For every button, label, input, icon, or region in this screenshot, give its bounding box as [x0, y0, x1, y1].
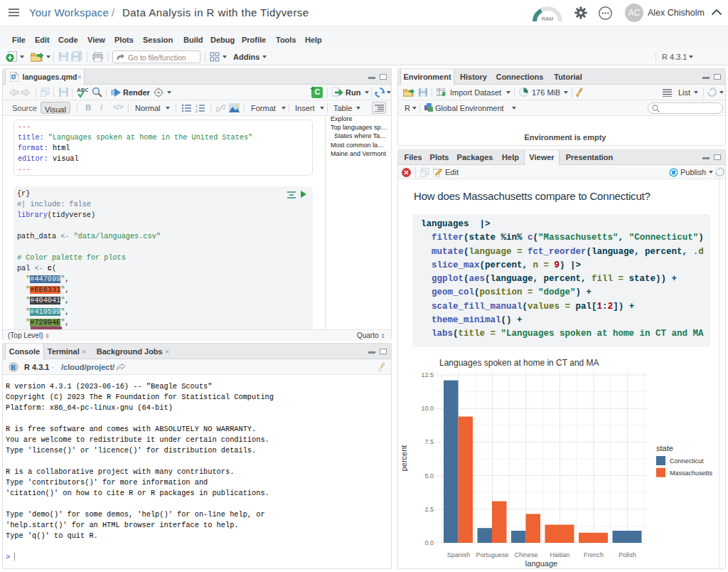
svg-text:Polish: Polish [619, 551, 636, 558]
svg-text:French: French [584, 551, 604, 558]
svg-text:10.0: 10.0 [421, 405, 434, 412]
svg-text:state: state [656, 444, 673, 452]
svg-text:Chinese: Chinese [514, 551, 537, 558]
svg-text:1: 1 [196, 104, 198, 108]
svg-text:Portuguese: Portuguese [476, 551, 508, 558]
svg-text:language: language [525, 559, 557, 568]
svg-text:5.0: 5.0 [424, 472, 434, 480]
svg-text:Connecticut: Connecticut [670, 457, 704, 465]
svg-text:0.0: 0.0 [424, 539, 434, 546]
svg-text:R: R [11, 364, 16, 371]
svg-text:12.5: 12.5 [421, 371, 434, 378]
svg-text:2.5: 2.5 [424, 506, 434, 513]
svg-text:Languages spoken at home in CT: Languages spoken at home in CT and MA [439, 358, 599, 368]
svg-text:percent: percent [400, 445, 408, 472]
svg-text:RAM: RAM [542, 16, 554, 22]
svg-text:Haitian: Haitian [550, 551, 569, 558]
svg-text:7.5: 7.5 [424, 438, 434, 445]
svg-text:2: 2 [196, 109, 198, 113]
svg-text:Spanish: Spanish [447, 551, 471, 558]
svg-text:Massachusetts: Massachusetts [670, 470, 713, 477]
